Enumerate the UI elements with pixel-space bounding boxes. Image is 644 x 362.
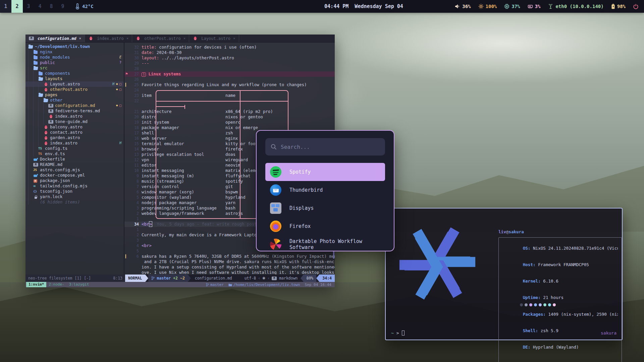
tree-item[interactable]: index.astro H [25,140,124,146]
close-tab-icon[interactable]: × [233,36,235,41]
tree-item[interactable]: config.ts [25,146,124,151]
tree-item[interactable]: src [25,65,124,71]
line-number [129,270,139,275]
workspace-button[interactable]: 2 [11,0,23,13]
buffer-tab[interactable]: Layout.astro × [189,35,239,42]
tmux-statusbar: 1:nvim*2:node-3:lazygit master /home/liv… [25,282,335,287]
buffer-tab[interactable]: index.astro × [85,35,132,42]
gutter-sign [124,232,129,238]
buffer-line: 19 init systemopenrc [124,120,335,125]
tree-item[interactable]: (6 hidden items) [25,199,124,205]
tree-item[interactable]: otherPost.astro ●□ [25,87,124,92]
tree-item[interactable]: astro.config.mjs [25,167,124,173]
gutter-sign [124,93,129,98]
neotree-status-left: neo-tree filesystem [1] [-] [28,276,91,281]
workspace-button[interactable]: 8 [46,0,57,13]
line-number: 4 [129,200,139,205]
gutter-sign [124,205,129,211]
tmux-window[interactable]: 3:lazygit [67,282,92,287]
tree-item[interactable]: nginx [25,49,124,55]
line-number: 17 [129,130,139,136]
buffer-tab[interactable]: configuration.md × [25,35,85,42]
tree-item[interactable]: configuration.md ●□ [25,103,124,108]
gutter-sign [124,136,129,141]
buffer-line: 30 layout: ../../layouts/otherPost.astro [124,55,335,61]
tree-item[interactable]: layouts [25,76,124,81]
launcher-entry[interactable]: Displays [265,199,385,217]
code-text: firefox [225,146,243,152]
tree-item[interactable]: docker-compose.yml [25,173,124,178]
power-widget[interactable] [633,4,639,9]
app-icon [270,239,281,250]
launcher-entry[interactable]: Darktable Photo Workflow Software [265,235,385,251]
gutter-sign: ⚑ [124,71,129,77]
workspace-button[interactable]: 9 [57,0,68,13]
tmux-window[interactable]: 1:nvim* [26,282,46,287]
code-text: instant messaging (m) [142,173,194,178]
tree-item[interactable]: Layout.astro H●□ [25,81,124,87]
tree-item[interactable]: tailwind.config.mjs [25,183,124,189]
tree-item[interactable]: garden.astro [25,135,124,140]
fetch-info-box: OS: NixOS 24.11.20240828.71e91c4 (Vicuna… [498,237,622,362]
gutter-sign: ▎ [124,254,129,259]
launcher-entry[interactable]: Thunderbird [265,181,385,199]
tree-item[interactable]: yarn.lock [25,194,124,199]
launcher-entry[interactable]: Firefox [265,217,385,235]
tree-item[interactable]: tsconfig.json [25,189,124,194]
workspace-button[interactable]: 4 [34,0,46,13]
fetch-info-value: Framework FRANMDCP05 [536,262,589,267]
tree-item[interactable]: public ? [25,60,124,65]
statusline-right: utf-8 ‹ ❄ ‹ M markdown [242,275,301,282]
tree-indent-guide [28,183,33,189]
close-tab-icon[interactable]: × [183,36,186,41]
tree-item[interactable]: pages [25,92,124,98]
wallpaper-cloud [309,0,644,87]
tree-item[interactable]: env.d.ts [25,151,124,157]
file-icon [33,163,38,167]
gutter-sign [124,141,129,146]
shell-prompt[interactable]: ~ > [391,330,405,336]
search-input[interactable]: Search... [265,138,385,156]
tree-item[interactable]: other [25,98,124,103]
tree-item[interactable]: Dockerfile [25,157,124,162]
buffer-tab[interactable]: otherPost.astro × [132,35,189,42]
git-changed-count: ~2 [180,276,185,281]
tree-item[interactable]: components [25,71,124,76]
launcher-entry[interactable]: Spotify [265,163,385,181]
close-tab-icon[interactable]: × [126,36,129,41]
tree-item[interactable]: package.json [25,178,124,183]
nixos-logo [387,213,488,314]
tree-item[interactable]: node_modules E [25,55,124,60]
cpu-icon [504,4,509,9]
gutter-sign [124,104,129,109]
fetch-hostname: sakura [508,229,524,234]
tree-item[interactable]: contact.astro [25,130,124,135]
powerline-separator [301,275,304,282]
tree-item[interactable]: README.md [25,162,124,167]
file-icon [43,136,48,140]
tree-item[interactable]: tone-guide.md [25,119,124,124]
code-text: neovim [225,163,240,168]
volume-widget[interactable]: 36% [455,4,471,9]
tree-item[interactable]: index.astro [25,114,124,119]
tree-item[interactable]: ~/Development/liv.town [25,44,124,49]
workspace-button[interactable]: 3 [23,0,34,13]
file-icon [33,189,38,194]
file-icon [33,179,38,183]
tree-item-label: yarn.lock [40,194,62,199]
file-icon [33,168,38,172]
tree-item[interactable]: fediverse-terms.md [25,108,124,114]
workspace-button[interactable]: 1 [0,0,11,13]
network-widget[interactable]: eth0 (10.0.0.140) [548,4,603,9]
gutter-sign [124,120,129,125]
close-tab-icon[interactable]: × [79,36,82,41]
battery-icon [611,4,615,9]
tmux-window[interactable]: 2:node- [46,282,66,287]
buffer-line: ove. I use Nix when I need software with… [124,270,335,275]
tree-item[interactable]: balcony.astro [25,124,124,130]
prompt-path: ~ [391,330,394,336]
memory-widget: 3% [528,4,541,9]
tree-indent-guide [28,189,33,194]
code-text: nix or emerge [225,125,258,130]
brightness-widget[interactable]: 100% [478,4,497,9]
